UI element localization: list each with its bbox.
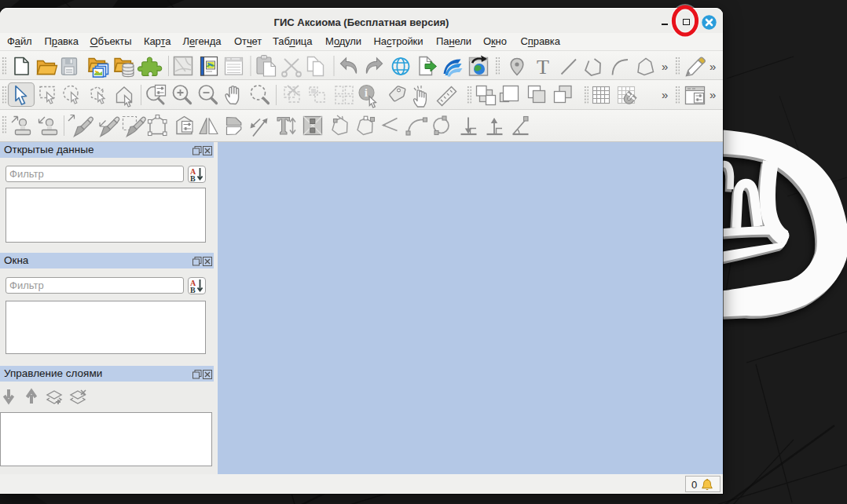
svg-text:»: »: [662, 60, 668, 73]
svg-text:»: »: [662, 88, 668, 101]
svg-text:B: B: [190, 285, 196, 294]
svg-text:i: i: [365, 87, 368, 99]
svg-text:B: B: [190, 173, 196, 182]
svg-text:»: »: [710, 88, 716, 101]
svg-text:T: T: [537, 56, 549, 79]
svg-text:»: »: [710, 60, 716, 73]
